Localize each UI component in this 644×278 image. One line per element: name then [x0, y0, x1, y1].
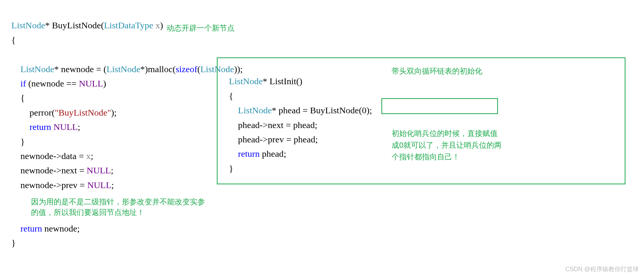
fn-name: BuyListNode — [52, 20, 101, 30]
null-macro: NULL — [87, 180, 111, 190]
annotation-sentinel-explain: 初始化哨兵位的时候，直接赋值 成0就可以了，并且让哨兵位的两 个指针都指向自己！ — [392, 128, 513, 163]
fn-call: perror — [30, 108, 52, 117]
annotation-line: 的值，所以我们要返回节点地址！ — [31, 208, 145, 216]
null-macro: NULL — [87, 165, 111, 175]
fn-name: ListInit — [269, 76, 296, 86]
annotation-line: 成0就可以了，并且让哨兵位的两 — [392, 141, 502, 149]
var-name: newnode — [20, 165, 53, 175]
null-macro: NULL — [79, 79, 103, 88]
var-name: newnode — [31, 79, 64, 88]
type-token: ListDataType — [104, 20, 153, 30]
var-name: phead — [293, 120, 315, 130]
member-name: prev — [61, 180, 78, 190]
var-name: phead — [238, 120, 260, 130]
var-name: newnode — [20, 151, 53, 161]
return-kw: return — [20, 224, 42, 233]
annotation-line: 初始化哨兵位的时候，直接赋值 — [392, 129, 498, 137]
var-name: newnode — [20, 180, 53, 190]
var-name: newnode — [61, 64, 94, 74]
member-name: data — [61, 151, 76, 161]
type-token: ListNode — [20, 64, 54, 74]
annotation-alloc: 动态开辟一个新节点 — [166, 22, 235, 34]
code-block-right: ListNode* ListInit() { ListNode* phead =… — [229, 60, 372, 176]
type-token: ListNode — [229, 76, 263, 86]
null-macro: NULL — [53, 122, 78, 132]
annotation-line: 因为用的是不是二级指针，形参改变并不能改变实参 — [31, 198, 205, 206]
annotation-line: 个指针都指向自己！ — [392, 153, 460, 161]
return-kw: return — [238, 149, 260, 159]
fn-call: BuyListNode — [310, 105, 359, 115]
string-literal: "BuyListNode" — [55, 108, 111, 117]
type-token: ListNode — [238, 105, 272, 115]
var-name: phead — [278, 105, 300, 115]
var-name: newnode — [44, 224, 77, 233]
param-name: x — [156, 20, 160, 30]
member-name: next — [268, 120, 283, 130]
param-name: x — [86, 151, 91, 161]
fn-call: malloc — [148, 64, 173, 74]
member-name: prev — [268, 134, 284, 144]
var-name: phead — [294, 134, 315, 144]
watermark: CSDN @程序猿教你打篮球 — [565, 264, 639, 274]
sizeof-kw: sizeof — [176, 64, 197, 74]
member-name: next — [61, 165, 77, 175]
type-token: ListNode — [107, 64, 140, 74]
highlight-buylistnode-call — [381, 98, 498, 114]
return-kw: return — [30, 122, 51, 132]
number-literal: 0 — [362, 105, 367, 115]
annotation-listinit-title: 带头双向循环链表的初始化 — [392, 65, 482, 77]
if-kw: if — [20, 79, 26, 88]
type-token: ListNode — [11, 20, 45, 30]
var-name: phead — [262, 149, 283, 159]
var-name: phead — [238, 134, 260, 144]
annotation-return-reason: 因为用的是不是二级指针，形参改变并不能改变实参 的值，所以我们要返回节点地址！ — [31, 196, 220, 218]
